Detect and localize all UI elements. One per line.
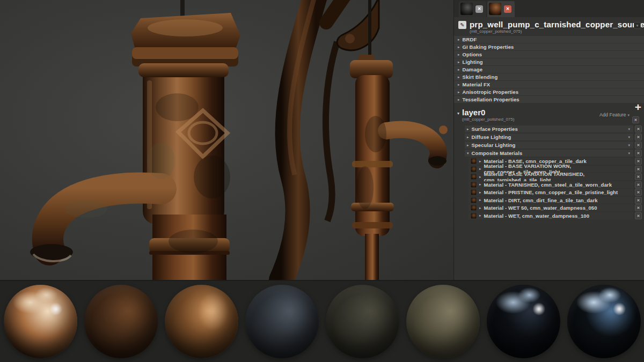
collapsed-caret-icon: ▸ (458, 51, 460, 58)
section-label: Skirt Blending (463, 73, 498, 80)
collapsed-caret-icon: ▸ (479, 159, 481, 164)
subsection-row-diffuse-lighting: ▸Diffuse Lighting▾✕ (465, 134, 644, 141)
title-dropdown-button[interactable]: ▾ (634, 22, 641, 29)
section-label: Damage (463, 66, 483, 73)
collapsed-caret-icon: ▸ (479, 213, 481, 218)
sphere-cell (0, 281, 80, 362)
layer-expand-icon[interactable]: ▾ (457, 111, 459, 116)
subsection-label: Specular Lighting (472, 142, 516, 148)
material-sphere-worn-copper-dark[interactable] (84, 285, 158, 358)
material-row-header[interactable]: ▸Material - WET, cmn_water_dampness_100 (469, 212, 633, 219)
material-sphere-thumbnail (471, 166, 477, 172)
collapsed-caret-icon: ▸ (479, 198, 481, 202)
chevron-down-icon: ▾ (627, 113, 630, 117)
layer-close-button[interactable]: ✕ (632, 116, 639, 123)
subsection-label: Composite Materials (472, 150, 523, 156)
sphere-cell (564, 281, 644, 362)
subsection-close-button[interactable]: ✕ (635, 125, 642, 132)
collapsed-caret-icon: ▸ (458, 66, 460, 73)
section-header-tessellation-properties[interactable]: ▸Tessellation Properties (454, 96, 644, 103)
section-header-material-fx[interactable]: ▸Material FX (454, 81, 644, 88)
material-sphere-wet-black-100[interactable] (567, 285, 641, 358)
subsection-row-specular-lighting: ▸Specular Lighting▾✕ (465, 142, 644, 149)
material-close-button[interactable]: ✕ (635, 204, 642, 211)
sphere-cell (161, 281, 241, 362)
section-header-lighting[interactable]: ▸Lighting (454, 58, 644, 65)
expanded-caret-icon: ▾ (467, 151, 469, 156)
layer-block: + ✕ ▾ layer0 (mtt_copper_polished_075) A… (454, 105, 644, 219)
material-preview-strip (0, 280, 644, 362)
material-close-button[interactable]: ✕ (635, 181, 642, 188)
property-section-list: ▸BRDF▸GI Baking Properties▸Options▸Light… (454, 36, 644, 103)
section-header-skirt-blending[interactable]: ▸Skirt Blending (454, 73, 644, 80)
subsection-close-button[interactable]: ✕ (635, 134, 642, 141)
subsection-header[interactable]: ▾Composite Materials▾ (465, 150, 633, 157)
material-close-button[interactable]: ✕ (635, 189, 642, 196)
subsection-header[interactable]: ▸Diffuse Lighting▾ (465, 134, 633, 141)
chevron-down-icon[interactable]: ▾ (628, 143, 630, 147)
section-header-brdf[interactable]: ▸BRDF (454, 36, 644, 43)
chevron-down-icon[interactable]: ▾ (628, 151, 630, 156)
material-label: Material - PRISTINE, cmn_copper_a_tile_p… (484, 189, 618, 195)
subsection-close-button[interactable]: ✕ (635, 142, 642, 149)
sphere-cell (322, 281, 402, 362)
viewport-3d-preview[interactable] (0, 0, 453, 280)
material-sphere-dark-olive-rough[interactable] (326, 285, 399, 358)
section-header-anisotropic-properties[interactable]: ▸Anisotropic Properties (454, 88, 644, 95)
material-tabs: ✕✕ (454, 0, 644, 17)
collapsed-caret-icon: ▸ (458, 43, 460, 50)
collapsed-caret-icon: ▸ (467, 143, 469, 147)
sphere-cell (483, 281, 564, 362)
collapsed-caret-icon: ▸ (479, 175, 481, 179)
tab-close-icon[interactable]: ✕ (475, 5, 483, 13)
material-row-header[interactable]: ▸Material - BASE VARIATION TARNISHED, cm… (469, 173, 633, 180)
material-row: ▸Material - WET, cmn_water_dampness_100✕ (469, 212, 644, 219)
tab-close-icon[interactable]: ✕ (504, 5, 511, 13)
chevron-down-icon[interactable]: ▾ (628, 135, 630, 139)
material-tab-2[interactable]: ✕ (487, 1, 515, 17)
material-row-header[interactable]: ▸Material - TARNISHED, cmn_steel_a_tile_… (469, 181, 633, 188)
subsection-row-composite-materials: ▾Composite Materials▾✕ (465, 150, 644, 157)
material-close-button[interactable]: ✕ (635, 173, 642, 180)
sphere-cell (80, 281, 161, 362)
collapsed-caret-icon: ▸ (479, 167, 481, 171)
material-close-button[interactable]: ✕ (635, 197, 642, 204)
subsection-close-button[interactable]: ✕ (635, 150, 642, 157)
material-row: ▸Material - PRISTINE, cmn_copper_a_tile_… (469, 189, 644, 196)
section-header-options[interactable]: ▸Options (454, 51, 644, 58)
material-sphere-worn-steel-dark[interactable] (245, 285, 319, 358)
subsection-header[interactable]: ▸Surface Properties▾ (465, 125, 633, 132)
add-feature-label: Add Feature (599, 112, 626, 117)
section-header-damage[interactable]: ▸Damage (454, 66, 644, 73)
section-header-gi-baking-properties[interactable]: ▸GI Baking Properties (454, 43, 644, 50)
material-sphere-brushed-copper[interactable] (165, 285, 238, 358)
material-close-button[interactable]: ✕ (635, 212, 642, 219)
material-label: Material - TARNISHED, cmn_steel_a_tile_w… (484, 182, 612, 188)
material-sphere-dirt-tan-rough[interactable] (406, 285, 480, 358)
collapsed-caret-icon: ▸ (458, 58, 460, 65)
collapsed-caret-icon: ▸ (458, 36, 460, 43)
collapsed-caret-icon: ▸ (479, 182, 481, 187)
add-feature-button[interactable]: Add Feature▾ (599, 112, 630, 117)
material-tab-1[interactable]: ✕ (459, 1, 486, 17)
material-close-button[interactable]: ✕ (635, 158, 642, 165)
material-sphere-wet-black-50[interactable] (487, 285, 560, 358)
sphere-cell (241, 281, 322, 362)
material-close-button[interactable]: ✕ (635, 166, 642, 173)
material-document-icon: ✎ (458, 21, 466, 29)
section-label: GI Baking Properties (463, 43, 514, 50)
material-row: ▸Material - TARNISHED, cmn_steel_a_tile_… (469, 181, 644, 188)
material-row-header[interactable]: ▸Material - DIRT, cmn_dirt_fine_a_tile_t… (469, 197, 633, 204)
subsection-header[interactable]: ▸Specular Lighting▾ (465, 142, 633, 149)
chevron-down-icon[interactable]: ▾ (628, 127, 630, 131)
material-row-header[interactable]: ▸Material - PRISTINE, cmn_copper_a_tile_… (469, 189, 633, 196)
add-layer-button[interactable]: + (635, 102, 641, 112)
material-label: Material - WET 50, cmn_water_dampness_05… (484, 205, 597, 211)
material-row: ▸Material - BASE VARIATION TARNISHED, cm… (469, 173, 644, 180)
material-row-header[interactable]: ▸Material - WET 50, cmn_water_dampness_0… (469, 204, 633, 211)
material-sphere-polished-copper[interactable] (4, 285, 77, 358)
material-sphere-thumbnail (471, 205, 477, 211)
material-subtitle: (mtt_copper_polished_075) (470, 29, 634, 34)
material-sphere-thumbnail (471, 182, 477, 188)
layer-subsection-list: ▸Surface Properties▾✕▸Diffuse Lighting▾✕… (454, 125, 644, 157)
